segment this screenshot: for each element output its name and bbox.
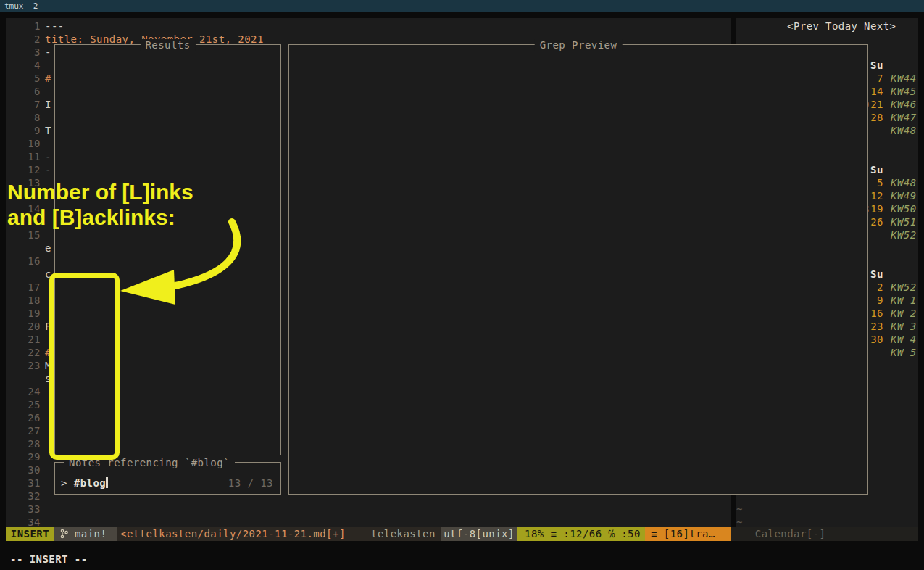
calendar-sunday[interactable]: 5 [866,176,883,189]
calendar-sunday[interactable]: 2 [866,281,883,294]
line-number: 29 [19,450,41,463]
buffer-tab-segment: ≡ [16]tra… [645,527,731,541]
line-number: 12 [19,163,41,176]
line-number: 15 [19,228,41,241]
line-number: 9 [19,124,41,137]
line-number: 6 [19,85,41,98]
calendar-sunday-header: Su [870,268,883,281]
plugin-name-segment: telekasten [371,527,436,541]
mode-badge: INSERT [6,527,54,541]
line-number: 27 [19,424,41,437]
calendar-week-number: KW 1 [891,294,917,307]
line-number: 21 [19,333,41,346]
buffer-line: - [45,46,51,59]
prompt-prefix: > [61,477,74,489]
calendar-week-number: KW 2 [891,307,917,320]
calendar-week-number: KW48 [891,176,917,189]
calendar-week-number: KW47 [891,111,917,124]
calendar-sunday[interactable]: 19 [866,202,883,215]
annotation-line1: Number of [L]inks [7,180,193,205]
calendar-sunday[interactable]: 12 [866,189,883,202]
filename-segment: <ettelkasten/daily/2021-11-21.md[+] [120,527,346,541]
search-query: #blog [74,477,106,489]
line-number: 32 [19,490,41,503]
line-number: 28 [19,437,41,450]
encoding-segment: utf-8[unix] [441,527,517,541]
margin-char: - [45,150,51,163]
annotation-line2: and [B]acklinks: [7,205,175,230]
calendar-week-number: KW44 [891,72,917,85]
line-number: 7 [19,98,41,111]
calendar-sunday[interactable]: 21 [866,98,883,111]
line-number: 22 [19,346,41,359]
calendar-statusline: __Calendar[-] [731,527,918,541]
margin-char: T [45,124,51,137]
buffer-line: --- [45,20,64,33]
annotation-highlight-box [49,273,120,460]
line-number: 3 [19,46,41,59]
line-number: 24 [19,385,41,398]
line-number: 4 [19,59,41,72]
line-number: 20 [19,320,41,333]
calendar-week-number: KW 3 [891,320,917,333]
line-number: 17 [19,281,41,294]
calendar-sunday[interactable]: 7 [866,72,883,85]
results-window-title: Results [140,39,195,51]
calendar-sunday[interactable]: 9 [866,294,883,307]
result-counter: 13 / 13 [228,476,273,490]
line-number: 8 [19,111,41,124]
margin-char: I [45,98,51,111]
line-number: 11 [19,150,41,163]
calendar-week-number: KW 5 [891,346,917,359]
terminal-screen: tmux -2 <Prev Today Next> Results Grep P… [0,0,924,570]
line-number: 26 [19,411,41,424]
line-number: 5 [19,72,41,85]
calendar-sunday[interactable]: 23 [866,320,883,333]
calendar-next-button[interactable]: Next> [864,20,896,33]
line-number: 10 [19,137,41,150]
calendar-week-number: KW52 [891,281,917,294]
tmux-title: tmux -2 [4,1,38,11]
line-number: 19 [19,307,41,320]
calendar-sunday[interactable]: 16 [866,307,883,320]
calendar-sunday[interactable]: 26 [866,215,883,228]
calendar-sunday[interactable]: 28 [866,111,883,124]
margin-char: e [45,241,51,255]
margin-char: - [45,163,51,176]
grep-preview-window: Grep Preview [288,44,868,495]
calendar-week-number: KW46 [891,98,917,111]
margin-char: # [45,72,51,85]
line-number: 30 [19,463,41,476]
calendar-week-number: KW50 [891,202,917,215]
empty-line-tilde: ~ [736,503,743,516]
calendar-sunday[interactable]: 14 [866,85,883,98]
calendar-week-number: KW45 [891,85,917,98]
line-number: 18 [19,294,41,307]
line-number: 31 [19,476,41,490]
calendar-week-number: KW 4 [891,333,917,346]
mode-indicator: -- INSERT -- [10,553,88,566]
calendar-sunday[interactable]: 30 [866,333,883,346]
text-cursor [106,477,108,488]
prompt-window: Notes referencing `#blog` > #blog 13 / 1… [54,462,281,495]
tmux-titlebar: tmux -2 [0,0,924,12]
calendar-week-number: KW48 [891,124,917,137]
line-number: 33 [19,503,41,516]
git-branch-name: main! [75,528,107,540]
calendar-sunday-header: Su [870,163,883,176]
line-number: 16 [19,255,41,268]
prompt-input[interactable]: > #blog [61,476,106,490]
line-number: 1 [19,20,41,33]
git-branch-segment: main! [54,527,117,541]
calendar-week-number: KW49 [891,189,917,202]
line-number: 23 [19,359,41,372]
line-number: 25 [19,398,41,411]
calendar-prev-button[interactable]: <Prev [787,20,819,33]
git-branch-icon [60,529,68,539]
line-number: 2 [19,33,41,46]
grep-preview-title: Grep Preview [535,39,623,51]
cursor-position-segment: 18% ≡ :12/66 ℅ :50 [517,527,645,541]
calendar-week-number: KW51 [891,215,917,228]
calendar-week-number: KW52 [891,228,917,241]
calendar-today-button[interactable]: Today [825,20,857,33]
